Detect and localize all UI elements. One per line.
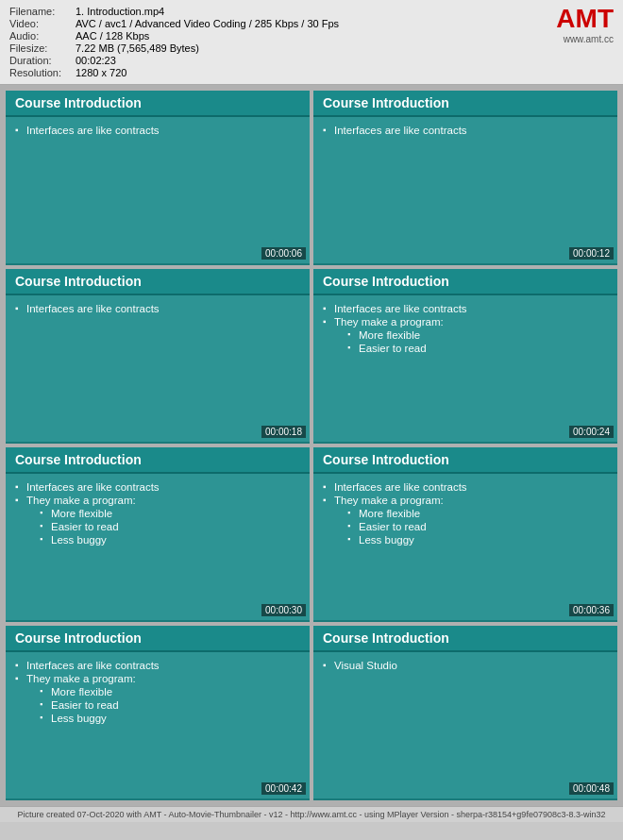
filename-label: Filename:	[9, 6, 76, 17]
thumb-content-7: Visual Studio00:00:48	[313, 652, 617, 798]
filename-value: 1. Introduction.mp4	[76, 6, 339, 17]
thumb-timestamp-3: 00:00:24	[569, 426, 614, 438]
list-item: More flexible	[347, 508, 608, 519]
audio-label: Audio:	[9, 30, 76, 42]
list-item: Less buggy	[347, 534, 608, 546]
list-item: Easier to read	[40, 521, 300, 532]
thumb-timestamp-6: 00:00:42	[261, 782, 306, 795]
thumb-title-0: Course Introduction	[6, 91, 310, 117]
resolution-value: 1280 x 720	[76, 67, 339, 78]
thumb-title-5: Course Introduction	[313, 447, 617, 474]
thumb-title-2: Course Introduction	[6, 269, 310, 295]
thumb-content-2: Interfaces are like contracts00:00:18	[6, 295, 310, 442]
video-label: Video:	[9, 18, 76, 29]
list-item: They make a program:More flexibleEasier …	[15, 495, 300, 546]
thumb-timestamp-5: 00:00:36	[569, 604, 614, 616]
thumbnail-6: Course IntroductionInterfaces are like c…	[6, 626, 310, 800]
thumb-timestamp-7: 00:00:48	[569, 782, 614, 795]
filesize-value: 7.22 MB (7,565,489 Bytes)	[76, 42, 339, 54]
thumb-timestamp-0: 00:00:06	[261, 247, 306, 260]
thumb-content-6: Interfaces are like contractsThey make a…	[6, 652, 310, 798]
amt-logo: AMT www.amt.cc	[556, 6, 614, 44]
list-item: Easier to read	[347, 521, 608, 532]
list-item: Less buggy	[40, 713, 300, 724]
thumb-timestamp-2: 00:00:18	[261, 426, 306, 438]
thumb-title-1: Course Introduction	[313, 91, 617, 117]
list-item: More flexible	[347, 329, 608, 341]
duration-value: 00:02:23	[76, 55, 339, 66]
list-item: Interfaces are like contracts	[15, 660, 300, 671]
list-item: They make a program:More flexibleEasier …	[323, 495, 608, 546]
audio-value: AAC / 128 Kbps	[76, 30, 339, 42]
list-item: Less buggy	[40, 534, 300, 546]
amt-logo-text: AMT	[556, 6, 614, 32]
list-item: Interfaces are like contracts	[323, 125, 608, 136]
duration-label: Duration:	[9, 55, 76, 66]
list-item: Interfaces are like contracts	[15, 303, 300, 314]
footer-text: Picture created 07-Oct-2020 with AMT - A…	[18, 810, 606, 819]
footer: Picture created 07-Oct-2020 with AMT - A…	[0, 806, 623, 822]
file-info-table: Filename: 1. Introduction.mp4 Video: AVC…	[9, 6, 339, 78]
resolution-label: Resolution:	[9, 67, 76, 78]
list-item: Interfaces are like contracts	[323, 303, 608, 314]
thumbnail-7: Course IntroductionVisual Studio00:00:48	[313, 626, 617, 800]
thumb-title-6: Course Introduction	[6, 626, 310, 652]
thumbnail-3: Course IntroductionInterfaces are like c…	[313, 269, 617, 444]
filesize-label: Filesize:	[9, 42, 76, 54]
thumbnail-5: Course IntroductionInterfaces are like c…	[313, 447, 617, 622]
thumb-title-3: Course Introduction	[313, 269, 617, 295]
thumbnails-grid: Course IntroductionInterfaces are like c…	[0, 85, 623, 806]
list-item: They make a program:More flexibleEasier …	[323, 316, 608, 354]
list-item: Interfaces are like contracts	[15, 125, 300, 136]
thumbnail-1: Course IntroductionInterfaces are like c…	[313, 91, 617, 265]
list-item: Interfaces are like contracts	[15, 481, 300, 493]
thumb-timestamp-4: 00:00:30	[261, 604, 306, 616]
list-item: Easier to read	[40, 699, 300, 711]
list-item: Interfaces are like contracts	[323, 481, 608, 493]
list-item: More flexible	[40, 686, 300, 697]
list-item: They make a program:More flexibleEasier …	[15, 673, 300, 724]
thumbnail-4: Course IntroductionInterfaces are like c…	[6, 447, 310, 622]
thumb-content-5: Interfaces are like contractsThey make a…	[313, 474, 617, 620]
thumb-title-4: Course Introduction	[6, 447, 310, 474]
amt-logo-url: www.amt.cc	[556, 34, 614, 44]
list-item: Visual Studio	[323, 660, 608, 671]
thumb-title-7: Course Introduction	[313, 626, 617, 652]
list-item: Easier to read	[347, 343, 608, 354]
info-bar: Filename: 1. Introduction.mp4 Video: AVC…	[0, 0, 623, 85]
thumb-timestamp-1: 00:00:12	[569, 247, 614, 260]
thumb-content-4: Interfaces are like contractsThey make a…	[6, 474, 310, 620]
list-item: More flexible	[40, 508, 300, 519]
video-value: AVC / avc1 / Advanced Video Coding / 285…	[76, 18, 339, 29]
thumbnail-2: Course IntroductionInterfaces are like c…	[6, 269, 310, 444]
thumb-content-3: Interfaces are like contractsThey make a…	[313, 295, 617, 442]
thumb-content-1: Interfaces are like contracts00:00:12	[313, 117, 617, 263]
thumb-content-0: Interfaces are like contracts00:00:06	[6, 117, 310, 263]
thumbnail-0: Course IntroductionInterfaces are like c…	[6, 91, 310, 265]
